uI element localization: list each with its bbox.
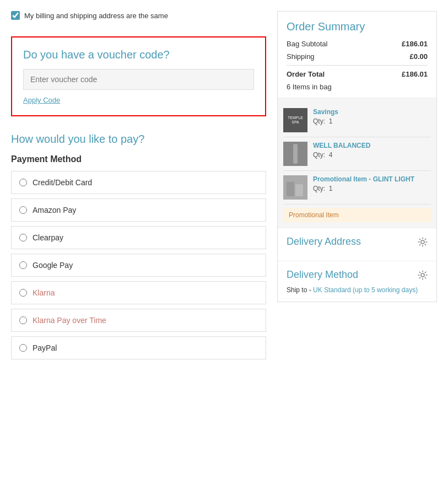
payment-label-klarna-time: Klarna Pay over Time xyxy=(33,316,106,325)
payment-label-credit: Credit/Debit Card xyxy=(33,178,92,187)
payment-option-clearpay[interactable]: Clearpay xyxy=(11,226,266,249)
payment-label-clearpay: Clearpay xyxy=(33,233,63,242)
thumb-text-savings: TEMPLESPA xyxy=(288,116,303,125)
payment-option-googlepay[interactable]: Google Pay xyxy=(11,254,266,277)
delivery-method-title: Delivery Method xyxy=(287,269,358,281)
bag-subtotal-label: Bag Subtotal xyxy=(287,40,327,48)
billing-shipping-same-checkbox[interactable] xyxy=(11,11,20,20)
payment-label-googlepay: Google Pay xyxy=(33,261,73,270)
voucher-section: Do you have a voucher code? Apply Code xyxy=(11,36,266,116)
delivery-address-header: Delivery Address xyxy=(287,236,428,248)
order-total-value: £186.01 xyxy=(402,70,428,78)
items-count: 6 Items in bag xyxy=(287,83,428,91)
payment-option-paypal[interactable]: PayPal xyxy=(11,336,266,359)
svg-rect-2 xyxy=(295,184,303,196)
delivery-method-header: Delivery Method xyxy=(287,269,428,281)
item-thumb-promo xyxy=(283,175,307,200)
list-item: WELL BALANCED Qty: 4 xyxy=(283,137,431,171)
svg-rect-0 xyxy=(293,144,298,164)
payment-method-title: Payment Method xyxy=(11,154,266,164)
item-thumb-savings: TEMPLESPA xyxy=(283,108,307,132)
payment-radio-googlepay[interactable] xyxy=(19,261,27,269)
voucher-title: Do you have a voucher code? xyxy=(23,49,254,61)
item-name-promo: Promotional Item - GLINT LIGHT xyxy=(313,175,431,183)
item-details-well: WELL BALANCED Qty: 4 xyxy=(313,142,431,159)
order-total-label: Order Total xyxy=(287,70,325,78)
left-panel: My billing and shipping address are the … xyxy=(11,11,266,467)
order-summary-box: Order Summary Bag Subtotal £186.01 Shipp… xyxy=(277,11,437,302)
items-list: TEMPLESPA Savings Qty: 1 WEL xyxy=(278,98,436,228)
delivery-method-link[interactable]: UK Standard (up to 5 working days) xyxy=(313,286,418,294)
billing-checkbox-row: My billing and shipping address are the … xyxy=(11,11,266,20)
how-to-pay-title: How would you like to pay? xyxy=(11,133,266,146)
delivery-method-gear-icon[interactable] xyxy=(418,270,428,280)
delivery-method-section: Delivery Method Ship to - UK Standard (u… xyxy=(278,261,436,302)
item-details-savings: Savings Qty: 1 xyxy=(313,108,431,125)
payment-option-amazon[interactable]: Amazon Pay xyxy=(11,198,266,222)
summary-divider xyxy=(287,65,428,66)
svg-rect-1 xyxy=(287,182,294,196)
item-qty-well: Qty: 4 xyxy=(313,151,431,159)
delivery-address-title: Delivery Address xyxy=(287,236,361,248)
right-panel: Order Summary Bag Subtotal £186.01 Shipp… xyxy=(277,11,437,467)
payment-label-amazon: Amazon Pay xyxy=(33,206,76,214)
item-details-promo: Promotional Item - GLINT LIGHT Qty: 1 xyxy=(313,175,431,192)
delivery-address-gear-icon[interactable] xyxy=(418,237,428,247)
payment-radio-credit[interactable] xyxy=(19,179,27,186)
bag-subtotal-value: £186.01 xyxy=(402,40,428,48)
payment-radio-klarna-time[interactable] xyxy=(19,316,27,324)
apply-code-button[interactable]: Apply Code xyxy=(23,96,60,104)
shipping-label: Shipping xyxy=(287,52,315,61)
payment-radio-amazon[interactable] xyxy=(19,206,27,214)
payment-radio-paypal[interactable] xyxy=(19,344,27,352)
delivery-address-section: Delivery Address xyxy=(278,228,436,261)
order-summary-title: Order Summary xyxy=(287,20,428,33)
promo-badge: Promotional Item xyxy=(283,208,431,222)
list-item: Promotional Item - GLINT LIGHT Qty: 1 xyxy=(283,171,431,205)
payment-radio-clearpay[interactable] xyxy=(19,234,27,241)
order-summary-header: Order Summary Bag Subtotal £186.01 Shipp… xyxy=(278,12,436,98)
shipping-row: Shipping £0.00 xyxy=(287,52,428,61)
bag-subtotal-row: Bag Subtotal £186.01 xyxy=(287,40,428,48)
item-qty-savings: Qty: 1 xyxy=(313,117,431,125)
delivery-method-text: Ship to - UK Standard (up to 5 working d… xyxy=(287,286,428,294)
payment-option-klarna[interactable]: Klarna xyxy=(11,281,266,304)
list-item: TEMPLESPA Savings Qty: 1 xyxy=(283,104,431,137)
shipping-value: £0.00 xyxy=(409,52,428,61)
svg-point-4 xyxy=(421,273,424,277)
item-name-well: WELL BALANCED xyxy=(313,142,431,149)
voucher-input[interactable] xyxy=(23,69,254,90)
item-thumb-well xyxy=(283,142,307,166)
billing-checkbox-label: My billing and shipping address are the … xyxy=(24,12,168,20)
item-qty-promo: Qty: 1 xyxy=(313,185,431,192)
payment-options-list: Credit/Debit Card Amazon Pay Clearpay Go… xyxy=(11,171,266,359)
payment-option-klarna-time[interactable]: Klarna Pay over Time xyxy=(11,309,266,332)
payment-radio-klarna[interactable] xyxy=(19,289,27,297)
payment-option-credit[interactable]: Credit/Debit Card xyxy=(11,171,266,194)
payment-label-klarna: Klarna xyxy=(33,288,55,297)
order-total-row: Order Total £186.01 xyxy=(287,70,428,78)
page-container: My billing and shipping address are the … xyxy=(0,0,448,478)
item-name-savings: Savings xyxy=(313,108,431,116)
payment-label-paypal: PayPal xyxy=(33,343,57,352)
svg-point-3 xyxy=(421,240,424,244)
